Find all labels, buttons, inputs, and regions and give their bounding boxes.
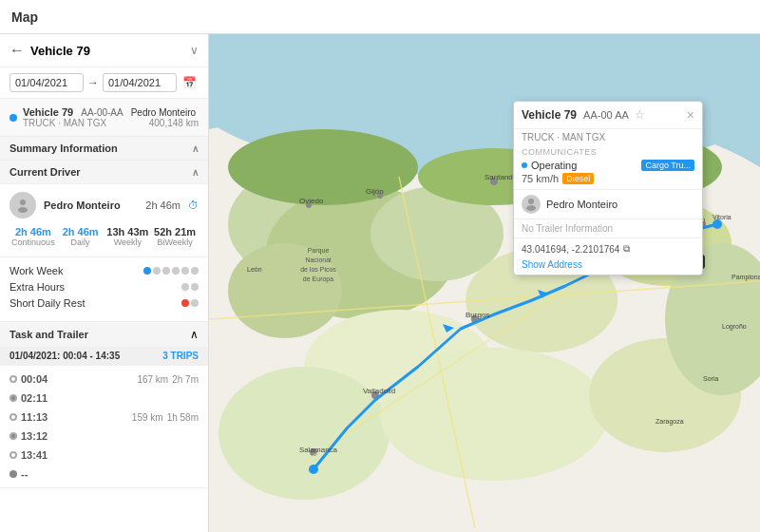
popup-header: Vehicle 79 AA-00 AA ☆ × — [514, 102, 702, 129]
calendar-icon[interactable]: 📅 — [182, 76, 197, 89]
driver-row: Pedro Monteiro 2h 46m ⏱ — [10, 192, 199, 218]
svg-point-0 — [20, 200, 26, 205]
trip-time-4: 13:12 — [21, 430, 48, 442]
vehicle-info-row: Vehicle 79 AA-00-AA Pedro Monteiro TRUCK… — [0, 99, 208, 137]
trip-item-5: 13:41 — [0, 446, 208, 465]
popup-show-address[interactable]: Show Address — [514, 259, 702, 275]
svg-point-33 — [712, 219, 722, 229]
popup-star-icon[interactable]: ☆ — [635, 108, 645, 122]
sdot-2 — [191, 299, 199, 307]
weekly-label: Weekly — [106, 238, 150, 247]
svg-text:Vitoria: Vitoria — [712, 214, 732, 220]
popup-close-icon[interactable]: × — [687, 107, 694, 123]
vehicle-chevron-icon[interactable]: ∨ — [190, 44, 199, 57]
task-chevron-icon: ∧ — [190, 328, 199, 341]
svg-point-22 — [490, 178, 498, 185]
svg-point-5 — [228, 167, 380, 281]
svg-point-17 — [228, 129, 418, 205]
svg-point-56 — [528, 199, 534, 204]
biweekly-label: BiWeekly — [153, 238, 197, 247]
dot-1 — [143, 267, 151, 275]
popup-speed-row: 75 km/h Diesel — [522, 173, 694, 184]
summary-chevron-icon: ∧ — [192, 143, 199, 154]
popup-coords-text: 43.041694, -2.2101764 — [522, 244, 619, 255]
popup-communicates-section: COMMUNICATES Operating Cargo Tru... 75 k… — [514, 142, 702, 190]
svg-text:Logroño: Logroño — [722, 323, 747, 331]
xdot-1 — [181, 283, 189, 291]
vehicle-title: Vehicle 79 — [30, 44, 190, 58]
svg-text:Parque: Parque — [308, 247, 330, 255]
date-range-row: → 📅 — [0, 67, 208, 99]
trip-icon-5 — [10, 451, 17, 459]
date-arrow-icon: → — [87, 76, 99, 89]
short-daily-dots — [181, 299, 199, 307]
current-driver-content: Pedro Monteiro 2h 46m ⏱ 2h 46m Continuou… — [0, 184, 208, 257]
daily-value: 2h 46m — [59, 226, 103, 238]
svg-point-12 — [304, 310, 494, 424]
extra-hours-dots — [181, 283, 199, 291]
extra-hours-label: Extra Hours — [10, 281, 65, 293]
trip-icon-1 — [10, 375, 17, 383]
task-header[interactable]: Task and Trailer ∧ — [0, 322, 208, 347]
popup-status-row: Operating Cargo Tru... — [522, 160, 694, 171]
vehicle-plate: AA-00-AA — [81, 107, 123, 118]
popup-vehicle-title: Vehicle 79 — [522, 108, 577, 122]
svg-text:Valladolid: Valladolid — [363, 387, 395, 395]
trip-icon-2 — [10, 394, 17, 402]
short-daily-row: Short Daily Rest — [10, 297, 199, 309]
svg-point-28 — [310, 448, 317, 456]
svg-text:Nacional: Nacional — [305, 256, 332, 263]
svg-text:Soria: Soria — [703, 375, 718, 382]
svg-marker-35 — [538, 290, 549, 298]
svg-text:Burgos: Burgos — [466, 311, 489, 319]
popup-truck-type: TRUCK · MAN TGX — [514, 129, 702, 142]
svg-text:León: León — [247, 266, 262, 273]
driver-avatar — [10, 192, 36, 218]
map-popup: Vehicle 79 AA-00 AA ☆ × TRUCK · MAN TGX … — [513, 101, 703, 276]
svg-point-13 — [218, 367, 390, 500]
svg-text:de los Picos: de los Picos — [300, 266, 336, 273]
vehicle-driver-name: Pedro Monteiro — [131, 107, 196, 118]
trip-dur-1: 2h 7m — [172, 374, 199, 385]
continuous-label: Continuous — [11, 238, 55, 247]
popup-driver-name: Pedro Monteiro — [546, 199, 618, 210]
trip-item-1: 00:04 167 km 2h 7m — [0, 370, 208, 389]
popup-copy-icon[interactable]: ⧉ — [623, 243, 630, 255]
svg-text:Salamanca: Salamanca — [299, 446, 338, 454]
map-area[interactable]: Oviedo Gijón Santander Castro Urdiales B… — [209, 34, 760, 532]
popup-no-trailer: No Trailer Information — [514, 219, 702, 238]
trip-item-3: 11:13 159 km 1h 58m — [0, 408, 208, 427]
popup-status-dot — [522, 162, 527, 168]
dot-2 — [153, 267, 161, 275]
popup-diesel-badge: Diesel — [562, 173, 594, 184]
summary-section-header[interactable]: Summary Information ∧ — [0, 137, 208, 161]
svg-point-21 — [377, 193, 383, 199]
popup-cargo-badge: Cargo Tru... — [641, 160, 694, 171]
svg-point-32 — [309, 465, 318, 474]
driver-chevron-icon: ∧ — [192, 167, 199, 178]
trip-item-2: 02:11 — [0, 389, 208, 408]
extra-hours-row: Extra Hours — [10, 281, 199, 293]
app-header: Map — [0, 0, 760, 34]
trip-list: 00:04 167 km 2h 7m 02:11 11:13 159 km 1h… — [0, 366, 208, 487]
vehicle-type: TRUCK · MAN TGX — [23, 118, 106, 128]
trip-time-2: 02:11 — [21, 392, 48, 404]
svg-text:Zaragoza: Zaragoza — [656, 418, 684, 426]
task-trailer-label: Task and Trailer — [10, 329, 88, 340]
vehicle-name: Vehicle 79 — [23, 106, 73, 118]
svg-point-7 — [228, 243, 342, 338]
sdot-1 — [181, 299, 189, 307]
date-from-input[interactable] — [10, 73, 84, 92]
task-date-row: 01/04/2021: 00:04 - 14:35 3 TRIPS — [0, 347, 208, 366]
svg-marker-34 — [443, 324, 454, 332]
continuous-value: 2h 46m — [11, 226, 55, 238]
work-info-section: Work Week Extra Hours — [0, 257, 208, 322]
current-driver-section-header[interactable]: Current Driver ∧ — [0, 161, 208, 184]
popup-plate: AA-00 AA — [583, 109, 628, 121]
task-trips: 3 TRIPS — [162, 351, 199, 361]
date-to-input[interactable] — [103, 73, 177, 92]
back-button[interactable]: ← — [10, 42, 25, 59]
svg-text:Oviedo: Oviedo — [299, 197, 324, 205]
dot-6 — [191, 267, 199, 275]
time-stats-row: 2h 46m Continuous 2h 46m Daily 13h 43m W… — [10, 224, 199, 249]
